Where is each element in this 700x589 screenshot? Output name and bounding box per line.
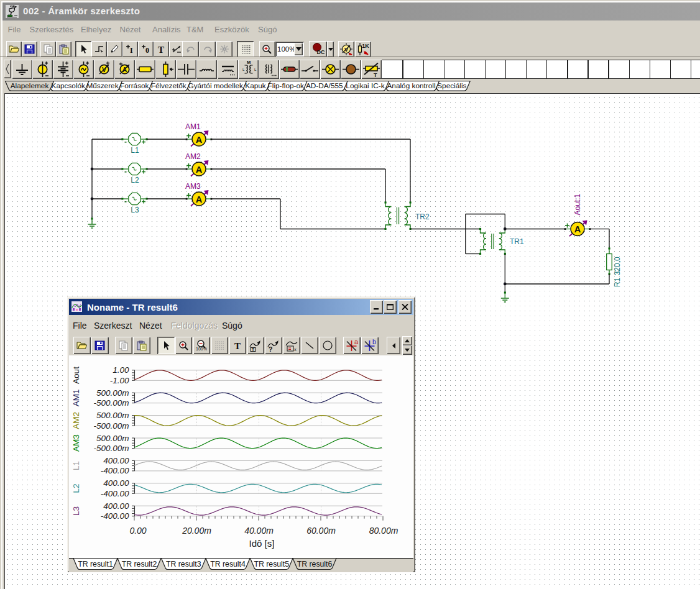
- svg-text:a: a: [354, 339, 359, 345]
- svg-text:60.00m: 60.00m: [306, 526, 336, 536]
- svg-text:L3: L3: [131, 206, 139, 214]
- svg-text:AM2: AM2: [185, 152, 201, 161]
- svg-text:-400.00: -400.00: [101, 466, 129, 475]
- svg-text:-500.00m: -500.00m: [93, 398, 129, 408]
- svg-text:-500.00m: -500.00m: [93, 444, 129, 453]
- svg-text:500.00m: 500.00m: [96, 411, 129, 420]
- svg-text:100%: 100%: [196, 347, 207, 351]
- svg-text:400.00: 400.00: [103, 456, 129, 465]
- svg-text:TR result4: TR result4: [210, 560, 246, 568]
- svg-text:500.00m: 500.00m: [96, 434, 129, 443]
- svg-text:A: A: [574, 224, 581, 234]
- svg-text:TR result6: TR result6: [297, 560, 333, 568]
- svg-text:A: A: [196, 165, 203, 175]
- svg-text:-400.00: -400.00: [101, 511, 129, 521]
- svg-text:AM1: AM1: [185, 122, 201, 131]
- svg-text:-1.00: -1.00: [110, 376, 129, 385]
- svg-text:T: T: [252, 347, 254, 352]
- svg-text:x: x: [294, 347, 297, 352]
- svg-text:AM1: AM1: [71, 390, 81, 407]
- svg-text:AM2: AM2: [71, 412, 81, 429]
- svg-text:Aout: Aout: [71, 367, 81, 384]
- svg-text:T: T: [234, 341, 241, 351]
- svg-text:400.00: 400.00: [103, 478, 129, 488]
- svg-text:AM3: AM3: [185, 182, 201, 191]
- svg-text:-400.00: -400.00: [101, 489, 129, 498]
- svg-text:A: A: [196, 194, 203, 204]
- svg-text:A: A: [196, 135, 203, 145]
- svg-text:TR2: TR2: [415, 212, 430, 221]
- svg-text:L2: L2: [71, 483, 81, 493]
- svg-text:40.00m: 40.00m: [244, 526, 274, 536]
- svg-text:1.00: 1.00: [113, 365, 129, 375]
- svg-text:?: ?: [268, 345, 272, 352]
- svg-text:400.00: 400.00: [103, 501, 129, 511]
- svg-text:Idô [s]: Idô [s]: [249, 538, 275, 549]
- svg-text:TR result1: TR result1: [78, 560, 113, 568]
- svg-text:AM3: AM3: [71, 434, 81, 452]
- svg-text:TR result2: TR result2: [122, 560, 157, 568]
- svg-text:R1 320,0: R1 320,0: [613, 257, 622, 287]
- svg-text:500.00m: 500.00m: [96, 388, 129, 398]
- svg-text:TR result3: TR result3: [166, 560, 201, 568]
- svg-text:L3: L3: [71, 506, 81, 516]
- svg-text:0.00: 0.00: [129, 526, 146, 536]
- svg-text:80.00m: 80.00m: [369, 526, 398, 536]
- svg-text:-500.00m: -500.00m: [93, 421, 129, 431]
- svg-text:Aout:1: Aout:1: [573, 193, 582, 215]
- svg-text:TR1: TR1: [510, 237, 524, 246]
- svg-text:b: b: [372, 339, 376, 345]
- svg-text:20.00m: 20.00m: [182, 526, 211, 536]
- svg-text:TR result5: TR result5: [254, 560, 289, 568]
- svg-text:L1: L1: [71, 461, 81, 470]
- svg-text:L1: L1: [131, 146, 139, 155]
- svg-text:L2: L2: [131, 176, 139, 185]
